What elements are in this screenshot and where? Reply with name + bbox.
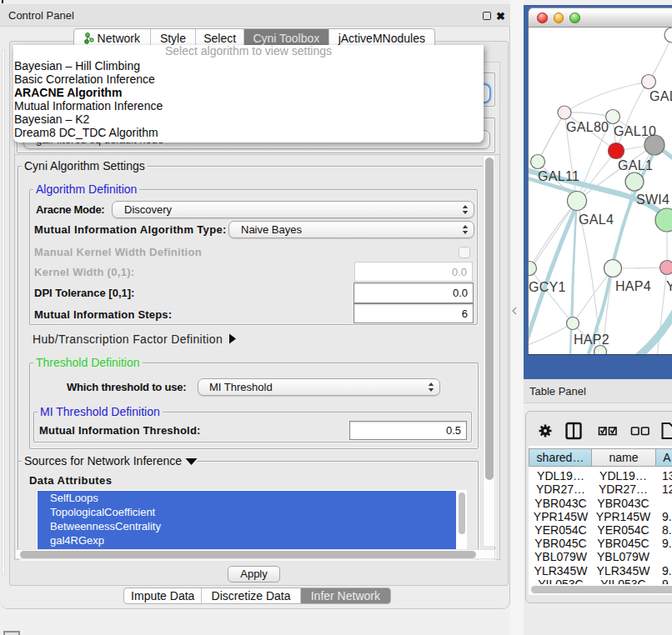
svg-text:GAL80: GAL80 [566, 120, 609, 134]
svg-text:HAP2: HAP2 [574, 332, 609, 347]
svg-text:GAL10: GAL10 [614, 124, 656, 138]
svg-text:GAL4: GAL4 [579, 212, 614, 227]
svg-text:GAL11: GAL11 [538, 169, 579, 183]
svg-text:HAP4: HAP4 [615, 279, 651, 293]
svg-text:GAL1: GAL1 [618, 158, 653, 172]
svg-text:GCY1: GCY1 [529, 280, 566, 294]
svg-text:SWI4: SWI4 [636, 192, 669, 207]
svg-text:Y: Y [666, 279, 672, 293]
svg-text:GAL7: GAL7 [649, 89, 672, 103]
